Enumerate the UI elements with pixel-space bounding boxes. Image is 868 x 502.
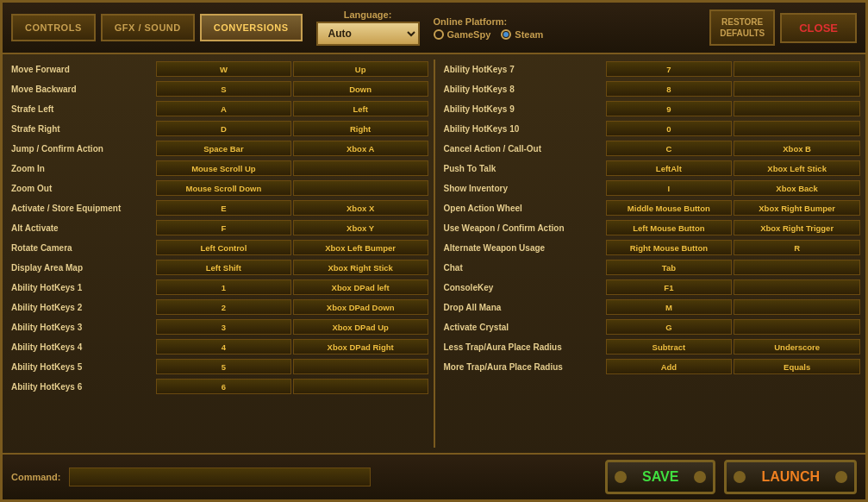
right-key2-14[interactable]: Underscore bbox=[734, 339, 860, 355]
left-key2-0[interactable]: Up bbox=[293, 61, 428, 77]
right-key2-6[interactable]: Xbox Back bbox=[734, 180, 860, 196]
left-key2-13[interactable]: Xbox DPad Up bbox=[293, 319, 428, 335]
left-action-16: Ability HotKeys 6 bbox=[8, 382, 154, 392]
right-key1-10[interactable]: Tab bbox=[606, 260, 733, 275]
left-key2-14[interactable]: Xbox DPad Right bbox=[293, 339, 428, 355]
language-label: Language: bbox=[344, 9, 392, 20]
left-key2-9[interactable]: Xbox Left Bumper bbox=[293, 240, 428, 255]
left-key2-11[interactable]: Xbox DPad left bbox=[293, 279, 428, 295]
command-input[interactable] bbox=[69, 467, 371, 486]
left-key1-6[interactable]: Mouse Scroll Down bbox=[156, 180, 291, 196]
left-action-4: Jump / Confirm Action bbox=[8, 144, 154, 154]
right-key2-8[interactable]: Xbox Right Trigger bbox=[734, 220, 860, 235]
right-action-8: Use Weapon / Confirm Action bbox=[440, 223, 604, 233]
left-key1-16[interactable]: 6 bbox=[156, 379, 291, 394]
right-key1-15[interactable]: Add bbox=[606, 359, 733, 374]
platform-label: Online Platform: bbox=[434, 16, 508, 27]
left-row-11: Ability HotKeys 11Xbox DPad left bbox=[8, 278, 428, 297]
right-key2-7[interactable]: Xbox Right Bumper bbox=[734, 200, 860, 216]
right-key1-13[interactable]: G bbox=[606, 319, 733, 335]
left-key2-7[interactable]: Xbox X bbox=[293, 200, 428, 216]
right-key1-5[interactable]: LeftAlt bbox=[606, 160, 733, 176]
left-key1-1[interactable]: S bbox=[156, 81, 291, 97]
right-action-0: Ability HotKeys 7 bbox=[440, 65, 604, 74]
save-button[interactable]: SAVE bbox=[605, 460, 715, 494]
right-key1-7[interactable]: Middle Mouse Button bbox=[606, 200, 733, 216]
left-key2-5[interactable] bbox=[293, 160, 428, 176]
right-key2-2[interactable] bbox=[734, 101, 860, 116]
close-button[interactable]: CLOSE bbox=[780, 13, 857, 43]
steam-radio[interactable] bbox=[501, 29, 511, 40]
tab-controls[interactable]: CONTROLS bbox=[11, 14, 96, 41]
command-label: Command: bbox=[11, 472, 60, 482]
left-key2-15[interactable] bbox=[293, 359, 428, 374]
left-key1-7[interactable]: E bbox=[156, 200, 291, 216]
left-action-12: Ability HotKeys 2 bbox=[8, 303, 154, 312]
right-key1-11[interactable]: F1 bbox=[606, 279, 733, 295]
right-action-10: Chat bbox=[440, 263, 604, 273]
left-key1-10[interactable]: Left Shift bbox=[156, 260, 291, 275]
left-key1-14[interactable]: 4 bbox=[156, 339, 291, 355]
left-key1-8[interactable]: F bbox=[156, 220, 291, 235]
right-key1-3[interactable]: 0 bbox=[606, 121, 733, 136]
left-key2-6[interactable] bbox=[293, 180, 428, 196]
restore-defaults-button[interactable]: RESTOREDEFAULTS bbox=[709, 9, 775, 46]
right-key2-3[interactable] bbox=[734, 121, 860, 136]
right-key2-10[interactable] bbox=[734, 260, 860, 275]
right-key1-1[interactable]: 8 bbox=[606, 81, 733, 97]
right-key1-6[interactable]: I bbox=[606, 180, 733, 196]
left-key2-10[interactable]: Xbox Right Stick bbox=[293, 260, 428, 275]
left-key1-5[interactable]: Mouse Scroll Up bbox=[156, 160, 291, 176]
left-key1-0[interactable]: W bbox=[156, 61, 291, 77]
left-row-14: Ability HotKeys 44Xbox DPad Right bbox=[8, 337, 428, 356]
left-row-8: Alt ActivateFXbox Y bbox=[8, 218, 428, 237]
right-key2-1[interactable] bbox=[734, 81, 860, 97]
right-key1-4[interactable]: C bbox=[606, 141, 733, 156]
left-key2-12[interactable]: Xbox DPad Down bbox=[293, 299, 428, 315]
left-key1-3[interactable]: D bbox=[156, 121, 291, 136]
right-key2-4[interactable]: Xbox B bbox=[734, 141, 860, 156]
right-key2-13[interactable] bbox=[734, 319, 860, 335]
left-action-2: Strafe Left bbox=[8, 104, 154, 114]
right-key2-5[interactable]: Xbox Left Stick bbox=[734, 160, 860, 176]
left-action-5: Zoom In bbox=[8, 164, 154, 173]
language-select[interactable]: Auto bbox=[316, 22, 420, 46]
left-key1-9[interactable]: Left Control bbox=[156, 240, 291, 255]
tab-conversions[interactable]: CONVERSIONS bbox=[200, 14, 303, 41]
gamespy-radio[interactable] bbox=[434, 29, 444, 40]
right-key1-12[interactable]: M bbox=[606, 299, 733, 315]
right-key1-8[interactable]: Left Mouse Button bbox=[606, 220, 733, 235]
launch-button[interactable]: LAUNCH bbox=[724, 460, 857, 494]
left-key1-11[interactable]: 1 bbox=[156, 279, 291, 295]
right-key2-11[interactable] bbox=[734, 279, 860, 295]
left-row-2: Strafe LeftALeft bbox=[8, 99, 428, 118]
left-key1-4[interactable]: Space Bar bbox=[156, 141, 291, 156]
right-key2-0[interactable] bbox=[734, 61, 860, 77]
left-row-13: Ability HotKeys 33Xbox DPad Up bbox=[8, 317, 428, 336]
platform-gamespy[interactable]: GameSpy bbox=[434, 29, 491, 40]
left-key2-2[interactable]: Left bbox=[293, 101, 428, 116]
right-key2-9[interactable]: R bbox=[734, 240, 860, 255]
right-key1-14[interactable]: Subtract bbox=[606, 339, 733, 355]
left-key2-3[interactable]: Right bbox=[293, 121, 428, 136]
left-key1-15[interactable]: 5 bbox=[156, 359, 291, 374]
left-key2-8[interactable]: Xbox Y bbox=[293, 220, 428, 235]
left-key1-2[interactable]: A bbox=[156, 101, 291, 116]
left-key1-13[interactable]: 3 bbox=[156, 319, 291, 335]
right-key1-9[interactable]: Right Mouse Button bbox=[606, 240, 733, 255]
left-key2-1[interactable]: Down bbox=[293, 81, 428, 97]
left-key1-12[interactable]: 2 bbox=[156, 299, 291, 315]
right-key2-12[interactable] bbox=[734, 299, 860, 315]
left-key2-4[interactable]: Xbox A bbox=[293, 141, 428, 156]
right-row-3: Ability HotKeys 100 bbox=[440, 119, 861, 138]
right-action-3: Ability HotKeys 10 bbox=[440, 124, 604, 134]
left-row-3: Strafe RightDRight bbox=[8, 119, 428, 138]
left-key2-16[interactable] bbox=[293, 379, 428, 394]
gamespy-label: GameSpy bbox=[447, 29, 491, 40]
right-key2-15[interactable]: Equals bbox=[734, 359, 860, 374]
right-key1-2[interactable]: 9 bbox=[606, 101, 733, 116]
tab-gfx-sound[interactable]: GFX / SOUND bbox=[101, 14, 195, 41]
platform-steam[interactable]: Steam bbox=[501, 29, 543, 40]
right-key1-0[interactable]: 7 bbox=[606, 61, 733, 77]
left-row-16: Ability HotKeys 66 bbox=[8, 377, 428, 396]
